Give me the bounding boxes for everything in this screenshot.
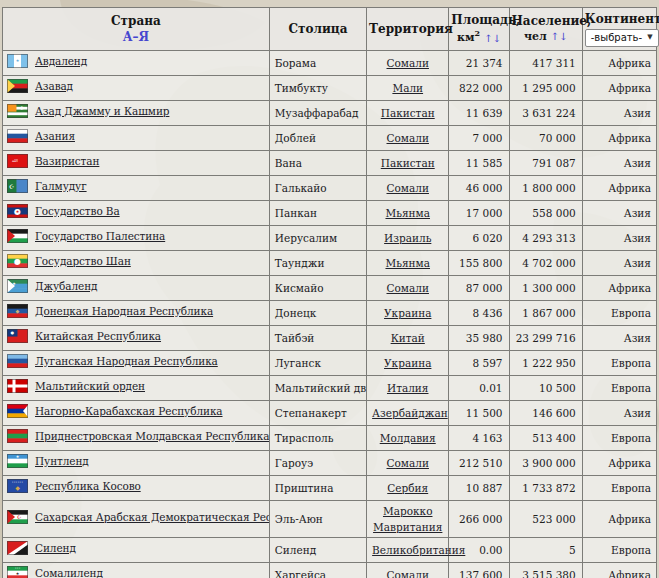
territory-link[interactable]: Сомали (387, 569, 429, 578)
table-row: ●Китайская РеспубликаТайбэйКитай35 98023… (3, 325, 657, 350)
population-cell: 146 600 (509, 400, 582, 425)
sort-population-icon[interactable]: ↑↓ (551, 31, 568, 42)
territory-link[interactable]: Молдавия (380, 432, 436, 444)
territory-link[interactable]: Мьянма (385, 257, 430, 269)
country-link[interactable]: Азад Джамму и Кашмир (35, 105, 169, 117)
area-cell: 155 800 (449, 250, 509, 275)
continent-cell: Азия (582, 325, 656, 350)
flag-icon (7, 79, 28, 98)
country-link[interactable]: Силенд (35, 542, 76, 554)
svg-text:★: ★ (16, 454, 20, 459)
country-cell: ●Китайская Республика (3, 325, 270, 350)
country-link[interactable]: Нагорно-Карабахская Республика (35, 405, 223, 417)
country-link[interactable]: Сахарская Арабская Демократическая Респу… (35, 511, 269, 523)
table-row: Нагорно-Карабахская РеспубликаСтепанакер… (3, 400, 657, 425)
area-cell: 11 500 (449, 400, 509, 425)
flag-icon (7, 229, 28, 248)
country-link[interactable]: Государство Палестина (35, 230, 165, 242)
territory-link[interactable]: Израиль (384, 232, 431, 244)
svg-text:●: ● (14, 256, 21, 265)
territory-link[interactable]: Пакистан (381, 107, 435, 119)
flag-icon: ∙∙∙∙∙∙◆ (7, 479, 28, 498)
country-link[interactable]: Вазиристан (35, 155, 99, 167)
country-cell: ∙∙∙∙∙∙◆Республика Косово (3, 475, 270, 500)
country-cell: ★Авдаленд (3, 50, 270, 75)
country-link[interactable]: Азавад (35, 80, 73, 92)
territory-link[interactable]: Сомали (387, 457, 429, 469)
area-cell: 11 585 (449, 150, 509, 175)
country-link[interactable]: Пунтленд (35, 455, 89, 467)
country-link[interactable]: Сомалиленд (35, 567, 103, 578)
capital-cell: Вана (269, 150, 366, 175)
capital-cell: Музаффарабад (269, 100, 366, 125)
area-cell: 87 000 (449, 275, 509, 300)
country-link[interactable]: Приднестровская Молдавская Республика (35, 430, 269, 442)
country-cell: Приднестровская Молдавская Республика (3, 425, 270, 450)
country-link[interactable]: Государство Ва (35, 205, 120, 217)
territory-link[interactable]: Сомали (387, 132, 429, 144)
country-link[interactable]: Китайская Республика (35, 330, 161, 342)
territory-link[interactable]: Сомали (387, 57, 429, 69)
area-cell: 137 600 (449, 562, 509, 578)
territory-link[interactable]: Мали (392, 82, 423, 94)
territory-link[interactable]: Великобритания (372, 544, 465, 556)
territory-link[interactable]: Украина (384, 307, 431, 319)
territory-cell: Израиль (367, 225, 449, 250)
territory-cell: Италия (367, 375, 449, 400)
country-link[interactable]: Мальтийский орден (35, 380, 145, 392)
population-cell: 1 300 000 (509, 275, 582, 300)
country-link[interactable]: Галмудуг (35, 180, 87, 192)
area-cell: 11 639 (449, 100, 509, 125)
country-link[interactable]: Авдаленд (35, 55, 87, 67)
territory-link[interactable]: Украина (384, 357, 431, 369)
table-row: ☪ГалмудугГалькайоСомали46 0001 800 000Аф… (3, 175, 657, 200)
continent-filter-select[interactable]: -выбрать- ▼ (585, 29, 659, 47)
continent-cell: Европа (582, 350, 656, 375)
population-cell: 558 000 (509, 200, 582, 225)
population-column-title: Население, (512, 13, 580, 29)
capital-cell: Гароуэ (269, 450, 366, 475)
flag-icon: ●★ (7, 204, 28, 223)
sort-area-icon[interactable]: ↑↓ (484, 32, 501, 43)
chevron-down-icon: ▼ (647, 33, 652, 42)
country-cell: ☪Галмудуг (3, 175, 270, 200)
flag-icon (7, 379, 28, 398)
svg-text:★: ★ (16, 58, 20, 63)
population-cell: 4 702 000 (509, 250, 582, 275)
country-link[interactable]: Джубаленд (35, 280, 97, 292)
svg-text:☪: ☪ (17, 514, 22, 520)
territory-link[interactable]: Пакистан (381, 157, 435, 169)
continent-cell: Африка (582, 50, 656, 75)
country-link[interactable]: Луганская Народная Республика (35, 355, 218, 367)
population-cell: 4 293 313 (509, 225, 582, 250)
continent-cell: Европа (582, 300, 656, 325)
sort-alphabetical-link[interactable]: А–Я (123, 30, 149, 44)
territory-link[interactable]: Китай (391, 332, 425, 344)
territory-link[interactable]: Мавритания (373, 521, 442, 533)
territory-link[interactable]: Азербайджан (372, 407, 448, 419)
country-cell: ◆Донецкая Народная Республика (3, 300, 270, 325)
country-column-title: Страна (5, 13, 267, 29)
country-link[interactable]: Государство Шан (35, 255, 131, 267)
territory-link[interactable]: Сомали (387, 282, 429, 294)
territory-cell: Сомали (367, 275, 449, 300)
continent-cell: Африка (582, 125, 656, 150)
territory-column-title: Территория (369, 22, 453, 36)
territory-link[interactable]: Италия (387, 382, 429, 394)
country-link[interactable]: Республика Косово (35, 480, 141, 492)
territory-link[interactable]: Марокко (383, 505, 433, 517)
capital-cell: Кисмайо (269, 275, 366, 300)
population-unit-label: чел (524, 30, 547, 43)
population-cell: 1 800 000 (509, 175, 582, 200)
table-row: ◆Донецкая Народная РеспубликаДонецкУкраи… (3, 300, 657, 325)
territory-cell: Мьянма (367, 200, 449, 225)
territory-link[interactable]: Сербия (387, 482, 428, 494)
territory-cell: Сомали (367, 125, 449, 150)
svg-text:☪: ☪ (9, 182, 14, 189)
capital-cell: Таунджи (269, 250, 366, 275)
country-link[interactable]: Азания (35, 130, 75, 142)
territory-link[interactable]: Мьянма (385, 207, 430, 219)
country-link[interactable]: Донецкая Народная Республика (35, 305, 213, 317)
territory-link[interactable]: Сомали (387, 182, 429, 194)
svg-text:◆: ◆ (16, 308, 20, 314)
